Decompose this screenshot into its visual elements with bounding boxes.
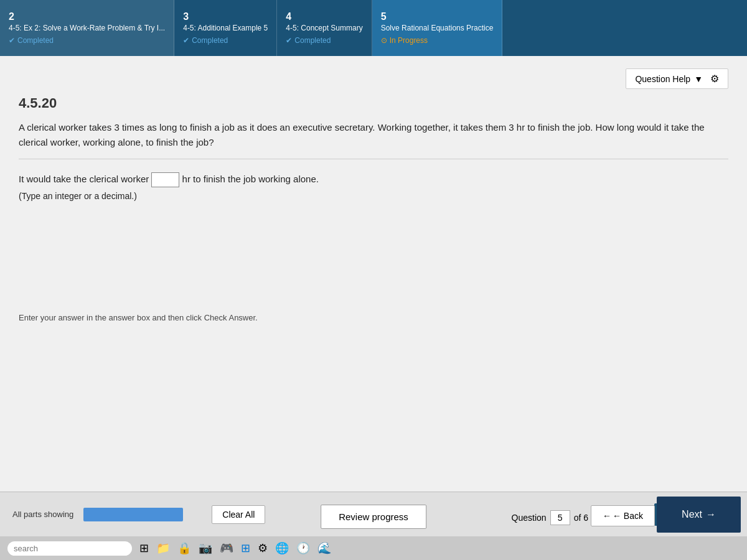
of-label: of 6 <box>574 513 588 523</box>
nav-title-4: 4-5: Concept Summary <box>286 24 362 34</box>
back-button[interactable]: ← ← Back <box>591 505 655 526</box>
clear-all-button[interactable]: Clear All <box>212 505 265 524</box>
clock-icon-5: ⊙ <box>381 36 387 45</box>
nav-item-3[interactable]: 3 4-5: Additional Example 5 ✔ Completed <box>174 0 277 56</box>
taskbar-clock-icon[interactable]: 🕐 <box>296 541 310 555</box>
answer-suffix: hr to finish the job working alone. <box>182 174 319 184</box>
dropdown-arrow-icon: ▼ <box>694 74 703 84</box>
top-navigation: 2 4-5: Ex 2: Solve a Work-Rate Problem &… <box>0 0 747 56</box>
taskbar-lock-icon[interactable]: 🔒 <box>177 541 191 555</box>
back-label: ← Back <box>613 511 643 521</box>
nav-title-5: Solve Rational Equations Practice <box>381 24 494 34</box>
nav-title-2: 4-5: Ex 2: Solve a Work-Rate Problem & T… <box>9 24 165 34</box>
taskbar-windows-icon[interactable]: ⊞ <box>241 541 250 555</box>
nav-status-4: ✔ Completed <box>286 36 362 45</box>
all-parts-label: All parts showing <box>12 510 73 519</box>
review-progress-button[interactable]: Review progress <box>321 505 426 529</box>
taskbar-folder-icon[interactable]: 📁 <box>156 541 170 555</box>
main-content: Question Help ▼ ⚙ 4.5.20 A clerical work… <box>0 56 747 510</box>
question-help-button[interactable]: Question Help ▼ ⚙ <box>626 68 728 89</box>
taskbar-edge-icon[interactable]: 🌊 <box>317 541 331 555</box>
progress-bar <box>83 508 183 521</box>
next-arrow-icon: → <box>706 509 716 520</box>
next-label: Next <box>682 509 702 520</box>
search-input[interactable] <box>7 541 132 556</box>
question-number-input[interactable] <box>550 510 570 525</box>
review-progress-label: Review progress <box>339 511 408 522</box>
settings-icon: ⚙ <box>710 73 719 85</box>
nav-item-4[interactable]: 4 4-5: Concept Summary ✔ Completed <box>277 0 372 56</box>
nav-status-3: ✔ Completed <box>183 36 268 45</box>
question-label: Question <box>512 513 547 523</box>
taskbar-xbox-icon[interactable]: 🎮 <box>220 541 233 555</box>
nav-title-3: 4-5: Additional Example 5 <box>183 24 268 34</box>
taskbar-grid-icon[interactable]: ⊞ <box>139 541 149 555</box>
taskbar-chrome-icon[interactable]: 🌐 <box>275 541 289 555</box>
answer-prefix: It would take the clerical worker <box>19 174 149 184</box>
nav-status-2: ✔ Completed <box>9 36 165 45</box>
question-counter: Question of 6 <box>512 510 588 525</box>
type-hint: (Type an integer or a decimal.) <box>19 191 728 201</box>
nav-status-5: ⊙ In Progress <box>381 36 494 45</box>
nav-item-2[interactable]: 2 4-5: Ex 2: Solve a Work-Rate Problem &… <box>0 0 174 56</box>
back-arrow-icon: ← <box>603 511 611 521</box>
taskbar-camera-icon[interactable]: 📷 <box>199 541 212 555</box>
question-text: A clerical worker takes 3 times as long … <box>19 120 728 159</box>
progress-bar-fill <box>83 508 183 521</box>
nav-item-5[interactable]: 5 Solve Rational Equations Practice ⊙ In… <box>372 0 503 56</box>
taskbar-gear-icon[interactable]: ⚙ <box>258 541 268 555</box>
nav-step-3: 3 <box>183 11 268 22</box>
next-button[interactable]: Next → <box>657 497 741 533</box>
check-icon-4: ✔ <box>286 36 292 45</box>
taskbar: ⊞ 📁 🔒 📷 🎮 ⊞ ⚙ 🌐 🕐 🌊 <box>0 536 747 560</box>
enter-answer-hint: Enter your answer in the answer box and … <box>19 313 728 322</box>
question-number: 4.5.20 <box>19 95 728 111</box>
answer-input[interactable] <box>151 172 179 187</box>
nav-step-5: 5 <box>381 11 494 22</box>
check-icon-2: ✔ <box>9 36 15 45</box>
question-help-row: Question Help ▼ ⚙ <box>19 68 728 89</box>
nav-step-4: 4 <box>286 11 362 22</box>
check-icon-3: ✔ <box>183 36 189 45</box>
nav-step-2: 2 <box>9 11 165 22</box>
question-help-label: Question Help <box>635 74 690 84</box>
answer-row: It would take the clerical worker hr to … <box>19 170 728 187</box>
